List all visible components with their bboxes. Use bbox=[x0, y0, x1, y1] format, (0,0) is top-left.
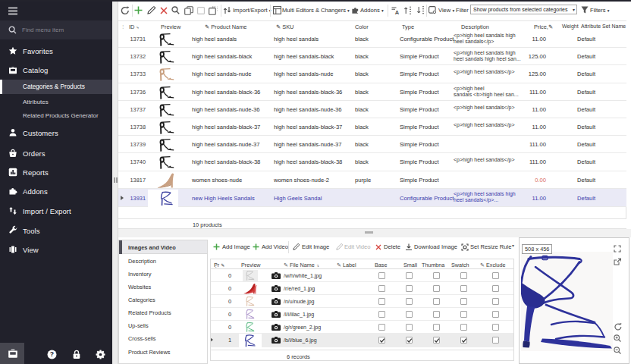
svg-text:A: A bbox=[395, 9, 399, 14]
svg-text:?: ? bbox=[50, 350, 54, 358]
